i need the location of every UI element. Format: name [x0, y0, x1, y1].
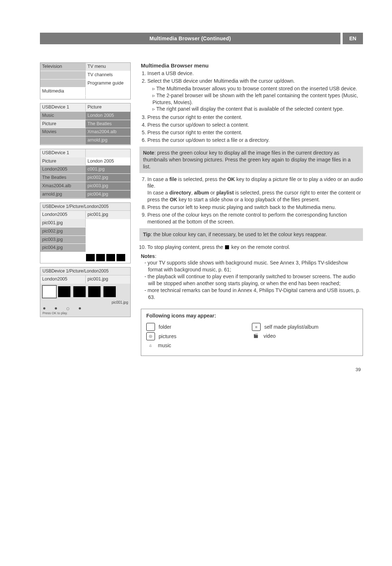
step-10: To stop playing content, press the key o…	[147, 244, 363, 251]
notes-block: Notes: - your TV supports slide shows wi…	[141, 253, 363, 301]
step-7: In case a file is selected, press the OK…	[147, 176, 363, 204]
step-5: Press the cursor right to enter the cont…	[147, 129, 363, 136]
table-cell	[85, 96, 130, 99]
thumbnail-caption: pic001.jpg	[42, 299, 128, 304]
step-4: Press the cursor up/down to select a con…	[147, 122, 363, 128]
col-header-left: London2005	[40, 211, 85, 219]
panel-tv-menu: TelevisionTV menuTV channelsProgramme gu…	[40, 62, 131, 99]
page-title: Multimedia Browser (Continued)	[40, 33, 340, 44]
panel-folder-files: USBDevice 1/Picture/London2005 London200…	[40, 202, 131, 263]
page-number: 39	[40, 367, 363, 372]
panel-thumbnail-view: USBDevice 1/Picture/London2005 London200…	[40, 267, 131, 317]
panel-usb-categories: USBDevice 1PictureMusicLondon 2005Pictur…	[40, 103, 131, 145]
tip-box: Tip: the blue colour key can, if necessa…	[139, 228, 363, 241]
table-cell: Movies	[40, 128, 85, 136]
colour-key-dots	[40, 305, 130, 311]
step-2-sub: The 2-panel browser will be shown with t…	[152, 92, 363, 106]
table-cell: The Beatles	[40, 174, 85, 182]
step-6: Press the cursor up/down to select a fil…	[147, 137, 363, 144]
step-2-sub: The right panel will display the content…	[152, 106, 363, 112]
thumbnail	[96, 254, 105, 261]
instruction-list-cont: In case a file is selected, press the OK…	[147, 176, 363, 225]
note-item: - your TV supports slide shows with back…	[144, 259, 363, 273]
language-badge: EN	[343, 33, 363, 44]
stop-icon	[225, 245, 229, 249]
table-cell: pic003.jpg	[40, 236, 85, 244]
table-cell: Picture	[40, 120, 85, 128]
panel-usb-picture-list: USBDevice 1PictureLondon 2005London2005c…	[40, 149, 131, 199]
table-cell: Xmas2004.alb	[40, 182, 85, 190]
table-cell: The Beatles	[85, 120, 130, 128]
thumbnail[interactable]	[88, 286, 101, 297]
table-cell	[40, 136, 85, 144]
table-cell: Television	[40, 63, 85, 71]
folder-icon	[146, 323, 155, 331]
thumbnail-selected[interactable]	[43, 286, 56, 297]
col-header-left: London2005	[40, 275, 85, 283]
table-cell: Music	[40, 112, 85, 120]
table-cell: pic004.jpg	[40, 244, 85, 252]
table-cell	[85, 87, 130, 95]
music-icon: ♫	[146, 342, 154, 349]
breadcrumb: USBDevice 1/Picture/London2005	[40, 203, 130, 211]
table-cell	[40, 79, 85, 87]
table-cell: London 2005	[85, 112, 130, 120]
note-text: press the green colour key to display al…	[143, 150, 351, 169]
video-icon: 🎬	[252, 332, 260, 340]
table-cell: c001.jpg	[85, 165, 130, 173]
table-cell: TV channels	[85, 71, 130, 79]
icons-legend: Following icons may appear: folder ◎pict…	[141, 309, 363, 356]
section-heading: Multimedia Browser menu	[141, 62, 363, 69]
icon-label: pictures	[159, 333, 176, 339]
table-cell: arnold.jpg	[85, 136, 130, 144]
step-2: Select the USB device under Multimedia w…	[147, 78, 363, 112]
step-2-sub: The Multimedia browser allows you to bro…	[152, 85, 363, 92]
instruction-list: Insert a USB device. Select the USB devi…	[147, 70, 363, 144]
playlist-icon: ≡	[252, 323, 261, 331]
thumbnail	[86, 254, 95, 261]
col-header-right: pic001.jpg	[85, 275, 130, 283]
thumbnail	[106, 254, 115, 261]
thumbnail	[117, 254, 125, 261]
table-cell	[40, 71, 85, 79]
col-header-right: pic001.jpg	[85, 211, 130, 219]
step-3: Press the cursor right to enter the cont…	[147, 114, 363, 121]
table-cell: TV menu	[85, 63, 130, 71]
table-cell: pic002.jpg	[40, 227, 85, 235]
table-cell: pic004.jpg	[85, 190, 130, 198]
note-item: - more technical remarks can be found in…	[144, 287, 363, 301]
step-8: Press the cursor left to keep music play…	[147, 204, 363, 211]
table-cell: Xmas2004.alb	[85, 128, 130, 136]
table-cell: London2005	[40, 165, 85, 173]
breadcrumb: USBDevice 1/Picture/London2005	[40, 267, 130, 275]
thumbnail[interactable]	[73, 286, 86, 297]
note-box: Note: Note: press the green colour key t…	[139, 147, 363, 173]
press-ok-hint: Press OK to play.	[40, 311, 130, 317]
table-cell: London 2005	[85, 157, 130, 165]
step-9: Press one of the colour keys on the remo…	[147, 212, 363, 225]
table-cell: Multimedia	[40, 87, 85, 95]
icon-label: folder	[159, 324, 171, 330]
icon-label: music	[158, 343, 171, 348]
icon-label: self made playlist/album	[264, 324, 318, 330]
step-1: Insert a USB device.	[147, 70, 363, 77]
table-cell: pic003.jpg	[85, 182, 130, 190]
thumbnail[interactable]	[103, 286, 116, 297]
pictures-icon: ◎	[146, 332, 155, 340]
instruction-list-cont2: To stop playing content, press the key o…	[147, 244, 363, 251]
note-item: - the playback will continue to play eve…	[144, 273, 363, 287]
table-cell: Picture	[40, 157, 85, 165]
thumbnail[interactable]	[58, 286, 70, 297]
table-cell: pic001.jpg	[40, 219, 85, 227]
table-cell: pic002.jpg	[85, 174, 130, 182]
table-cell: Programme guide	[85, 79, 130, 87]
table-cell: arnold.jpg	[40, 190, 85, 198]
icon-label: video	[264, 333, 275, 339]
table-cell	[40, 96, 85, 99]
